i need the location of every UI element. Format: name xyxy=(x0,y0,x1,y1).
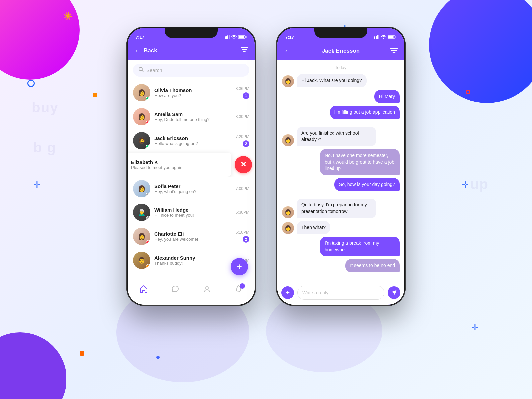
bubble-10: It seems to be no end xyxy=(345,259,400,272)
chat-back-button[interactable]: ← xyxy=(284,47,291,55)
nav-chat[interactable] xyxy=(171,285,180,293)
chat-date-text: Today xyxy=(335,65,347,70)
contact-item-jack[interactable]: 🧔 Jack Ericsson Hello what's going on? 7… xyxy=(128,129,255,153)
phone1-status-icons xyxy=(225,35,247,39)
svg-rect-18 xyxy=(378,35,379,39)
bg-dot-blue2 xyxy=(156,356,160,359)
bubble-4: Are you finished with school already?* xyxy=(297,127,376,146)
contact-name-alexander: Alexander Sunny xyxy=(154,255,232,261)
phone2-time: 7:17 xyxy=(285,35,294,40)
msg-avatar-mary-4: 👩 xyxy=(282,134,294,146)
phone1-screen: 7:17 ← Back xyxy=(128,28,255,305)
contact-meta-william: 6:30PM xyxy=(236,210,249,215)
chat-add-button[interactable]: + xyxy=(281,286,294,299)
contact-item-charlotte[interactable]: 👩 Charlotte Eli Hey, you are welcome! 6:… xyxy=(128,224,255,248)
avatar-amelia: 👩 xyxy=(133,108,150,125)
bubble-2: Hi Mary xyxy=(374,90,400,103)
avatar-olivia: 👩 xyxy=(133,84,150,101)
contact-item-amelia[interactable]: 👩 Amelia Sam Hey, Dude tell me one thing… xyxy=(128,105,255,129)
svg-rect-25 xyxy=(393,52,395,53)
contact-time-olivia: 8:36PM xyxy=(236,86,249,91)
contact-item-elizabeth[interactable]: 👩 Elizabeth K Pleased to meet you again! xyxy=(128,153,231,177)
contact-item-sofia[interactable]: 👩 Sofia Peter Hey, what's going on? 7:00… xyxy=(128,177,255,200)
contact-preview-sofia: Hey, what's going on? xyxy=(154,189,232,194)
filter-icon[interactable] xyxy=(241,47,248,54)
phone2-screen: 7:17 ← Jack Ericsson xyxy=(277,28,404,305)
svg-rect-15 xyxy=(374,36,375,39)
chat-input-placeholder: Write a reply... xyxy=(302,290,332,295)
msg-avatar-mary-8: 👩 xyxy=(282,222,294,234)
bg-circle-purple-left xyxy=(0,332,66,399)
chat-input-bar: + Write a reply... xyxy=(277,280,404,305)
svg-rect-2 xyxy=(227,35,228,39)
chat-filter-icon[interactable] xyxy=(390,47,398,55)
bg-circle-blue xyxy=(429,0,532,103)
svg-rect-8 xyxy=(241,47,248,48)
contact-item-william[interactable]: 👨‍🦳 William Hedge Hi, nice to meet you! … xyxy=(128,200,255,224)
bg-word-buy: buy xyxy=(32,100,59,116)
nav-notification[interactable]: 5 xyxy=(234,285,243,293)
nav-profile[interactable] xyxy=(203,285,211,293)
contact-meta-charlotte: 6:10PM 2 xyxy=(236,230,249,243)
search-bar[interactable]: Search xyxy=(133,64,249,77)
contact-name-sofia: Sofia Peter xyxy=(154,183,232,189)
phone1-notch xyxy=(165,27,218,38)
phone1-time: 7:17 xyxy=(136,35,144,40)
msg-row-4: 👩 Are you finished with school already?* xyxy=(282,127,400,146)
avatar-charlotte: 👩 xyxy=(133,228,150,245)
svg-rect-0 xyxy=(225,36,226,39)
bg-plus2: ✛ xyxy=(33,180,41,190)
ticks-6: ✓✓ xyxy=(394,192,400,196)
phone-chat: 7:17 ← Jack Ericsson xyxy=(276,27,406,306)
avatar-william: 👨‍🦳 xyxy=(133,204,150,221)
status-dot-olivia xyxy=(146,97,150,101)
bg-dot-orange xyxy=(93,93,97,97)
contact-info-elizabeth: Elizabeth K Pleased to meet you again! xyxy=(131,159,226,170)
msg-row-10: It seems to be no end ✓✓ xyxy=(282,259,400,277)
chat-send-button[interactable] xyxy=(388,286,400,299)
chat-body: Today 👩 Hi Jack. What are you doing? Hi … xyxy=(277,60,404,305)
back-button[interactable]: ← Back xyxy=(134,47,157,54)
msg-row-2: Hi Mary xyxy=(282,90,400,103)
bubble-7: Quite busy. I'm preparing for my present… xyxy=(297,199,376,218)
contact-meta-jack: 7:20PM 2 xyxy=(236,134,249,147)
svg-rect-21 xyxy=(388,36,394,38)
contact-meta-sofia: 7:00PM xyxy=(236,186,249,191)
contact-meta-olivia: 8:36PM 1 xyxy=(236,86,249,99)
svg-rect-24 xyxy=(391,50,397,51)
badge-jack: 2 xyxy=(243,140,249,147)
search-icon xyxy=(138,67,144,73)
contact-item-olivia[interactable]: 👩 Olivia Thomson How are you? 8:36PM 1 xyxy=(128,81,255,105)
bg-word-b: b g xyxy=(33,140,56,156)
svg-point-13 xyxy=(206,287,208,289)
contact-preview-jack: Hello what's going on? xyxy=(154,141,232,146)
fab-new-chat[interactable]: + xyxy=(231,258,248,275)
bubble-1: Hi Jack. What are you doing? xyxy=(297,74,367,87)
contact-time-amelia: 8:30PM xyxy=(236,114,249,119)
status-dot-alexander xyxy=(146,264,150,268)
contact-item-elizabeth-wrapper: 👩 Elizabeth K Pleased to meet you again!… xyxy=(128,153,255,177)
nav-home[interactable] xyxy=(139,285,148,293)
phone-contacts: 7:17 ← Back xyxy=(126,27,256,306)
status-dot-amelia xyxy=(146,121,150,125)
contacts-list: 👩 Olivia Thomson How are you? 8:36PM 1 xyxy=(128,81,255,276)
delete-button-elizabeth[interactable]: ✕ xyxy=(235,156,252,173)
contact-time-sofia: 7:00PM xyxy=(236,186,249,191)
contact-name-jack: Jack Ericsson xyxy=(154,135,232,141)
bg-word-up2: up xyxy=(470,176,489,192)
chat-input-field[interactable]: Write a reply... xyxy=(297,286,384,300)
svg-rect-6 xyxy=(239,36,244,38)
msg-row-6: So, how is your day going? ✓✓ xyxy=(282,178,400,196)
msg-row-8: 👩 Then what? xyxy=(282,221,400,234)
chat-date-divider: Today xyxy=(282,65,400,70)
status-dot-charlotte xyxy=(146,240,150,244)
svg-point-4 xyxy=(233,38,234,39)
back-label: Back xyxy=(144,47,157,54)
contact-info-amelia: Amelia Sam Hey, Dude tell me one thing? xyxy=(154,111,232,122)
back-arrow-icon: ← xyxy=(134,47,141,54)
bg-dot-orange2 xyxy=(80,351,84,356)
bg-circle-outline-blue xyxy=(27,80,35,87)
bubble-3: I'm filling out a job application xyxy=(330,106,400,119)
contact-preview-william: Hi, nice to meet you! xyxy=(154,213,232,218)
svg-rect-10 xyxy=(243,51,246,52)
